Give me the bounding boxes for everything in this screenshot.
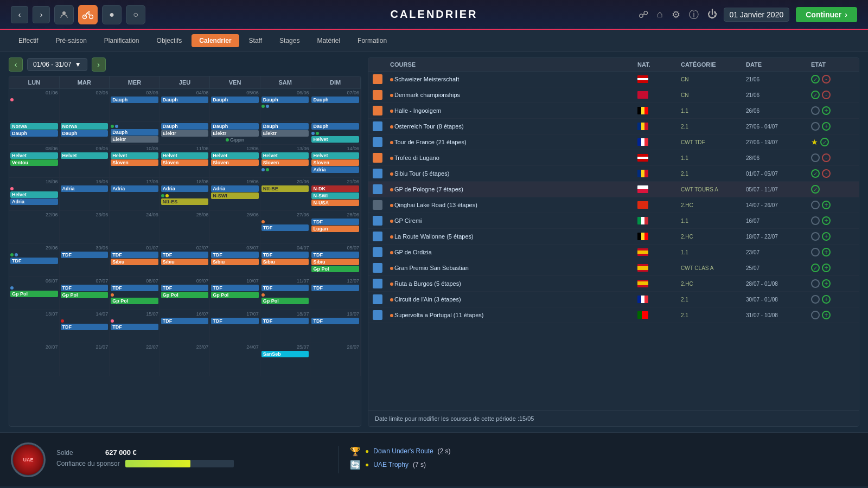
event-dauph-2[interactable]: Dauph — [61, 130, 108, 137]
period-selector[interactable]: 01/06 - 31/07 ▼ — [27, 58, 87, 71]
event-tdf-1007[interactable]: TDF — [211, 285, 259, 291]
race-name[interactable]: GP de Ordizia — [394, 249, 432, 255]
tab-calendrier[interactable]: Calendrier — [192, 34, 239, 47]
event-elektr-4[interactable]: Elektr — [261, 130, 309, 137]
event-gppol-0607[interactable]: Gp Pol — [10, 291, 58, 297]
event-tdf-0307[interactable]: TDF — [211, 252, 259, 258]
race-name[interactable]: GP de Pologne (7 étapes) — [394, 186, 463, 192]
event-nusa-2106[interactable]: N-USA — [311, 200, 359, 206]
event-adria-1806[interactable]: Adria — [161, 185, 209, 192]
event-ndk-2106[interactable]: N-DK — [311, 185, 359, 192]
status-plus-button[interactable]: + — [822, 106, 831, 115]
status-plus-button[interactable]: + — [822, 232, 831, 241]
event-helvet-1006[interactable]: Helvet — [111, 152, 158, 159]
event-nttbe-2006[interactable]: Ntt-BE — [261, 185, 309, 192]
tab-materiel[interactable]: Matériel — [309, 34, 348, 47]
info-icon[interactable]: ⓘ — [689, 8, 699, 21]
event-helvet-1306[interactable]: Helvet — [261, 152, 309, 159]
status-minus-button[interactable]: - — [822, 75, 831, 84]
race-name[interactable]: Tour de France (21 étapes) — [394, 139, 467, 145]
status-minus-button[interactable]: - — [822, 169, 831, 178]
race-name[interactable]: Denmark championships — [394, 92, 460, 98]
summary-race-link[interactable]: UAE Trophy — [373, 461, 409, 468]
event-tdf-0207[interactable]: TDF — [161, 252, 209, 258]
status-minus-button[interactable]: - — [822, 91, 831, 99]
event-dauph-0506b[interactable]: Dauph — [211, 123, 259, 130]
tab-formation[interactable]: Formation — [350, 34, 394, 47]
event-adria-1406[interactable]: Adria — [311, 166, 359, 173]
tab-staff[interactable]: Staff — [241, 34, 270, 47]
event-helvet-0806[interactable]: Helvet — [10, 152, 58, 159]
event-dauph-0506[interactable]: Dauph — [211, 97, 259, 103]
history-icon-button[interactable]: ● — [102, 5, 122, 24]
home-icon[interactable]: ⌂ — [657, 9, 663, 20]
event-tdf-1407[interactable]: TDF — [61, 324, 108, 330]
tab-pre-saison[interactable]: Pré-saison — [48, 34, 94, 47]
tab-objectifs[interactable]: Objectifs — [149, 34, 190, 47]
summary-race-link[interactable]: Down Under's Route — [373, 447, 433, 455]
status-minus-button[interactable]: - — [822, 153, 831, 162]
event-gppol-0707[interactable]: Gp Pol — [61, 292, 108, 298]
event-tdf-2906[interactable]: TDF — [10, 258, 58, 264]
status-plus-button[interactable]: + — [822, 248, 831, 256]
event-sloven-1106[interactable]: Sloven — [161, 159, 209, 166]
event-norwa-1[interactable]: Norwa — [10, 123, 58, 130]
event-tdf-2806[interactable]: TDF — [311, 219, 359, 225]
event-helvet-1506[interactable]: Helvet — [10, 191, 58, 198]
event-nttswi-1906[interactable]: N-SWI — [211, 192, 259, 199]
power-icon[interactable]: ⏻ — [707, 9, 717, 20]
status-plus-button[interactable]: + — [822, 201, 831, 209]
race-name[interactable]: Circuit de l'Ain (3 étapes) — [394, 296, 461, 303]
status-plus-button[interactable]: + — [822, 264, 831, 272]
cycling-icon-button[interactable] — [78, 5, 98, 24]
race-name[interactable]: Supervolta a Portugal (11 étapes) — [394, 312, 484, 318]
event-nttre-1806[interactable]: Ntt-ES — [161, 198, 209, 205]
event-lugan-2806[interactable]: Lugan — [311, 226, 359, 232]
event-helvet-1206[interactable]: Helvet — [211, 152, 259, 159]
event-sibiu-0407[interactable]: Sibiu — [261, 259, 309, 265]
event-norwa-2[interactable]: Norwa — [61, 123, 108, 130]
bell-icon[interactable]: ☍ — [639, 9, 648, 21]
race-name[interactable]: GP Ciremi — [394, 217, 422, 224]
event-elektr-2[interactable]: Elektr — [161, 130, 209, 137]
continue-button[interactable]: Continuer › — [796, 7, 857, 22]
event-dauph-0306[interactable]: Dauph — [111, 97, 158, 103]
event-tdf-0807[interactable]: TDF — [111, 285, 158, 291]
event-elektr-1[interactable]: Elektr — [111, 136, 158, 143]
event-helvet-1[interactable]: Helvet — [311, 136, 359, 143]
event-tdf-0907[interactable]: TDF — [161, 285, 209, 291]
status-plus-button[interactable]: + — [822, 295, 831, 304]
settings-icon[interactable]: ⚙ — [672, 9, 680, 21]
event-tdf-0107[interactable]: TDF — [111, 252, 158, 258]
status-plus-button[interactable]: + — [822, 279, 831, 288]
event-dauph-0606[interactable]: Dauph — [261, 97, 309, 103]
event-tdf-1707[interactable]: TDF — [211, 318, 259, 324]
tab-stages[interactable]: Stages — [272, 34, 307, 47]
event-nswi-2106[interactable]: N-SWI — [311, 192, 359, 199]
status-plus-button[interactable]: + — [822, 122, 831, 131]
event-helvet-1106[interactable]: Helvet — [161, 152, 209, 159]
event-elektr-3[interactable]: Elektr — [211, 130, 259, 137]
race-name[interactable]: Schweizer Meisterschaft — [394, 76, 459, 82]
event-sanseb-2507[interactable]: SanSeb — [261, 351, 309, 357]
event-dauph-0306b[interactable]: Dauph — [111, 129, 158, 136]
event-sibiu-0207[interactable]: Sibiu — [161, 259, 209, 265]
event-sloven-1006[interactable]: Sloven — [111, 159, 158, 166]
event-sloven-1206[interactable]: Sloven — [211, 159, 259, 166]
event-sibiu-0107[interactable]: Sibiu — [111, 259, 158, 265]
event-tdf-0407[interactable]: TDF — [261, 252, 309, 258]
period-next-button[interactable]: › — [92, 57, 106, 72]
event-adria-1506[interactable]: Adria — [10, 198, 58, 205]
race-name[interactable]: Halle - Ingooigem — [394, 107, 441, 114]
event-tdf-0507[interactable]: TDF — [311, 252, 359, 258]
event-tdf-1507[interactable]: TDF — [111, 324, 158, 330]
globe-icon-button[interactable]: ○ — [126, 5, 145, 24]
event-gppol-0807[interactable]: Gp Pol — [111, 298, 158, 304]
event-sibiu-0507[interactable]: Sibiu — [311, 259, 359, 265]
event-helvet-1406[interactable]: Helvet — [311, 152, 359, 159]
race-name[interactable]: Ruta a Burgos (5 étapes) — [394, 280, 461, 287]
event-sloven-1406[interactable]: Sloven — [311, 159, 359, 166]
event-tdf-0707[interactable]: TDF — [61, 285, 108, 291]
event-dauph-0406[interactable]: Dauph — [161, 97, 209, 103]
event-dauph-0706[interactable]: Dauph — [311, 97, 359, 103]
